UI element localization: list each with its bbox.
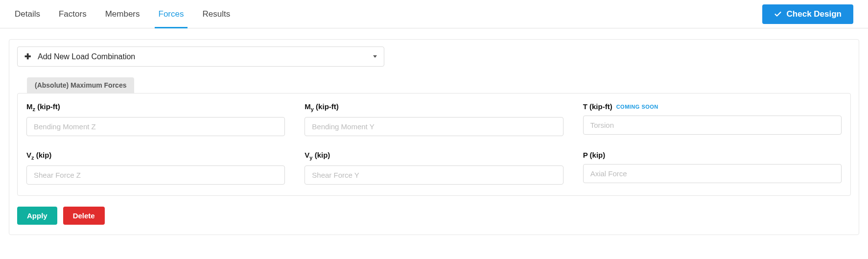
field-mz: Mz (kip-ft)	[26, 102, 285, 136]
chevron-down-icon	[373, 55, 377, 58]
input-vz[interactable]	[26, 165, 285, 185]
apply-button[interactable]: Apply	[17, 207, 57, 225]
input-my[interactable]	[305, 117, 563, 136]
field-vz: Vz (kip)	[26, 151, 285, 185]
field-t: T (kip-ft) COMING SOON	[583, 102, 842, 136]
forces-box: Mz (kip-ft) My (kip-ft) T (kip-ft) COMIN…	[17, 93, 851, 196]
label-my: My (kip-ft)	[305, 102, 563, 112]
field-vy: Vy (kip)	[305, 151, 563, 185]
tabs: Details Factors Members Forces Results	[15, 0, 230, 28]
add-load-combo-label: Add New Load Combination	[38, 52, 135, 61]
input-mz[interactable]	[26, 117, 285, 136]
tab-forces[interactable]: Forces	[159, 0, 184, 28]
label-vz: Vz (kip)	[26, 151, 285, 161]
content-panel: ✚ Add New Load Combination (Absolute) Ma…	[9, 39, 859, 235]
coming-soon-badge: COMING SOON	[616, 104, 658, 110]
input-p[interactable]	[583, 164, 842, 183]
input-vy[interactable]	[305, 165, 563, 185]
delete-button[interactable]: Delete	[63, 207, 105, 225]
check-design-button[interactable]: Check Design	[762, 4, 853, 24]
top-bar: Details Factors Members Forces Results C…	[0, 0, 868, 28]
field-p: P (kip)	[583, 151, 842, 185]
check-icon	[774, 10, 782, 18]
label-mz: Mz (kip-ft)	[26, 102, 285, 112]
label-vy: Vy (kip)	[305, 151, 563, 161]
input-t	[583, 116, 842, 135]
check-design-label: Check Design	[787, 9, 842, 19]
tab-factors[interactable]: Factors	[59, 0, 87, 28]
tab-members[interactable]: Members	[105, 0, 140, 28]
subtab-row: (Absolute) Maximum Forces	[17, 77, 851, 93]
action-row: Apply Delete	[17, 207, 851, 225]
subtab-absolute-max-forces[interactable]: (Absolute) Maximum Forces	[27, 77, 134, 93]
add-load-combo-dropdown[interactable]: ✚ Add New Load Combination	[17, 47, 384, 67]
plus-icon: ✚	[24, 52, 31, 61]
label-p: P (kip)	[583, 151, 842, 159]
tab-results[interactable]: Results	[202, 0, 230, 28]
field-my: My (kip-ft)	[305, 102, 563, 136]
fields-grid: Mz (kip-ft) My (kip-ft) T (kip-ft) COMIN…	[26, 102, 842, 185]
tab-details[interactable]: Details	[15, 0, 40, 28]
label-t: T (kip-ft) COMING SOON	[583, 102, 842, 111]
